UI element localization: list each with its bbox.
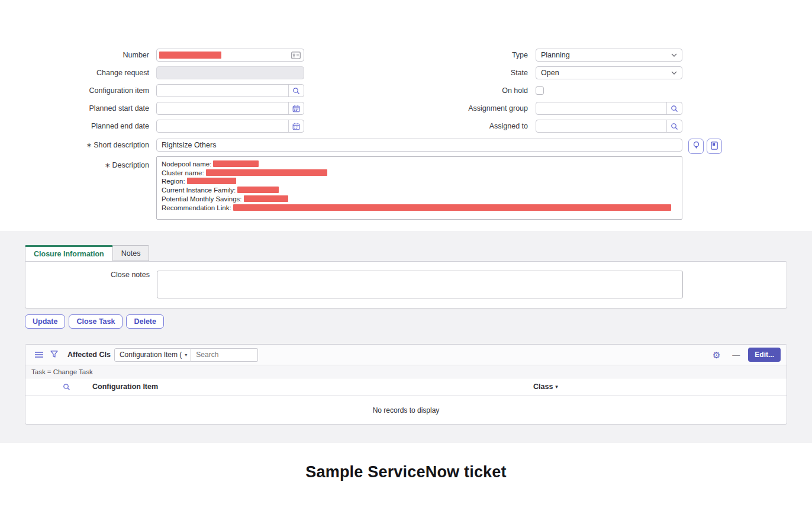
funnel-icon xyxy=(50,351,58,359)
redaction-bar xyxy=(237,187,279,193)
form-right-column: Type Planning State Open On hold Assignm xyxy=(379,49,684,137)
knowledge-book-icon xyxy=(711,142,718,152)
search-icon[interactable] xyxy=(288,85,304,97)
field-row-type: Type Planning xyxy=(379,49,684,62)
short-description-label: ∗Short description xyxy=(0,141,153,149)
state-value: Open xyxy=(536,69,559,77)
knowledge-search-button[interactable] xyxy=(707,139,722,154)
short-description-buttons xyxy=(688,139,722,154)
affected-cis-header: Affected CIs Configuration Item ( ▾ ⚙ — … xyxy=(25,345,787,365)
planned-start-date-input[interactable] xyxy=(156,102,304,115)
configuration-item-label: Configuration item xyxy=(0,86,153,95)
close-notes-textarea[interactable] xyxy=(157,271,683,298)
number-label: Number xyxy=(0,51,153,59)
suggestion-lightbulb-button[interactable] xyxy=(688,139,704,154)
description-label: ∗Description xyxy=(0,156,153,220)
field-row-assignment-group: Assignment group xyxy=(379,102,684,115)
field-row-close-notes: Close notes xyxy=(25,271,683,298)
description-line: Nodepool name: xyxy=(162,160,677,169)
calendar-icon[interactable] xyxy=(288,120,304,132)
minus-icon: — xyxy=(732,351,740,359)
search-icon[interactable] xyxy=(666,120,682,132)
list-search-input[interactable] xyxy=(191,348,258,362)
description-line: Potential Monthly Savings: xyxy=(162,195,677,204)
assigned-to-input[interactable] xyxy=(536,120,682,133)
column-header-class[interactable]: Class ▾ xyxy=(533,383,558,391)
field-row-on-hold: On hold xyxy=(379,84,684,97)
planned-end-date-input[interactable] xyxy=(156,120,304,133)
field-row-planned-start-date: Planned start date xyxy=(0,102,308,115)
number-input[interactable] xyxy=(156,49,304,62)
close-task-button[interactable]: Close Task xyxy=(69,314,123,329)
field-row-number: Number xyxy=(0,49,308,62)
type-value: Planning xyxy=(536,51,570,59)
preview-record-icon[interactable] xyxy=(288,49,304,61)
list-context-menu-button[interactable] xyxy=(31,348,47,362)
search-column-select[interactable]: Configuration Item ( ▾ xyxy=(114,348,191,362)
chevron-down-icon xyxy=(671,53,677,57)
tab-strip: Closure Information Notes xyxy=(25,245,149,261)
planned-end-date-label: Planned end date xyxy=(0,122,153,130)
form-action-buttons: Update Close Task Delete xyxy=(25,314,164,329)
description-line: Recommendation Link: xyxy=(162,204,677,213)
redaction-bar xyxy=(244,195,288,202)
field-row-state: State Open xyxy=(379,66,684,79)
column-search-icon[interactable] xyxy=(63,383,70,391)
affected-cis-list: Affected CIs Configuration Item ( ▾ ⚙ — … xyxy=(25,344,787,425)
chevron-down-icon xyxy=(671,71,677,75)
field-row-planned-end-date: Planned end date xyxy=(0,120,308,133)
planned-start-date-label: Planned start date xyxy=(0,104,153,113)
short-description-input[interactable] xyxy=(156,139,682,152)
type-select[interactable]: Planning xyxy=(536,49,682,62)
list-settings-button[interactable]: ⚙ xyxy=(709,348,724,362)
assigned-to-label: Assigned to xyxy=(379,122,531,130)
description-line: Region: xyxy=(162,177,677,186)
column-header-configuration-item[interactable]: Configuration Item xyxy=(92,383,158,391)
delete-button[interactable]: Delete xyxy=(126,314,164,329)
search-icon[interactable] xyxy=(666,102,682,114)
type-label: Type xyxy=(379,51,531,59)
list-column-header-row: Configuration Item Class ▾ xyxy=(25,378,787,396)
field-row-description: ∗Description Nodepool name: Cluster name… xyxy=(0,156,682,220)
description-textarea[interactable]: Nodepool name: Cluster name: Region: Cur… xyxy=(156,156,682,220)
lightbulb-icon xyxy=(692,141,700,152)
state-label: State xyxy=(379,69,531,77)
gear-icon: ⚙ xyxy=(713,351,720,359)
field-row-change-request: Change request xyxy=(0,66,308,79)
update-button[interactable]: Update xyxy=(25,314,65,329)
related-section-band: Closure Information Notes Close notes Up… xyxy=(0,231,812,443)
change-request-field xyxy=(156,66,304,79)
list-header-right: ⚙ — Edit... xyxy=(709,348,781,362)
redaction-bar xyxy=(233,204,671,211)
field-row-assigned-to: Assigned to xyxy=(379,120,684,133)
dropdown-arrow-icon: ▾ xyxy=(555,384,558,390)
tab-notes[interactable]: Notes xyxy=(113,245,150,261)
state-select[interactable]: Open xyxy=(536,66,682,79)
redaction-bar xyxy=(206,169,327,176)
list-breadcrumb[interactable]: Task = Change Task xyxy=(25,365,787,378)
form-left-column: Number Change request Configuration item… xyxy=(0,49,308,137)
change-request-label: Change request xyxy=(0,69,153,77)
affected-cis-title: Affected CIs xyxy=(67,351,111,359)
servicenow-ticket-page: Number Change request Configuration item… xyxy=(0,0,812,527)
configuration-item-input[interactable] xyxy=(156,84,304,97)
required-marker: ∗ xyxy=(104,161,110,169)
dropdown-arrow-icon: ▾ xyxy=(185,352,187,358)
edit-button[interactable]: Edit... xyxy=(748,348,781,362)
description-line: Cluster name: xyxy=(162,169,677,178)
list-filter-button[interactable] xyxy=(47,348,62,362)
field-row-short-description: ∗Short description xyxy=(0,139,682,152)
assignment-group-input[interactable] xyxy=(536,102,682,115)
redaction-bar xyxy=(187,178,236,184)
redaction-bar xyxy=(213,160,259,167)
assignment-group-label: Assignment group xyxy=(379,104,531,113)
image-caption: Sample ServiceNow ticket xyxy=(0,463,812,481)
on-hold-label: On hold xyxy=(379,86,531,95)
closure-information-panel: Close notes xyxy=(25,261,787,309)
on-hold-checkbox[interactable] xyxy=(536,86,544,95)
required-marker: ∗ xyxy=(86,141,92,149)
list-collapse-button[interactable]: — xyxy=(729,349,743,361)
calendar-icon[interactable] xyxy=(288,102,304,114)
description-line: Current Instance Family: xyxy=(162,186,677,195)
tab-closure-information[interactable]: Closure Information xyxy=(25,245,113,261)
